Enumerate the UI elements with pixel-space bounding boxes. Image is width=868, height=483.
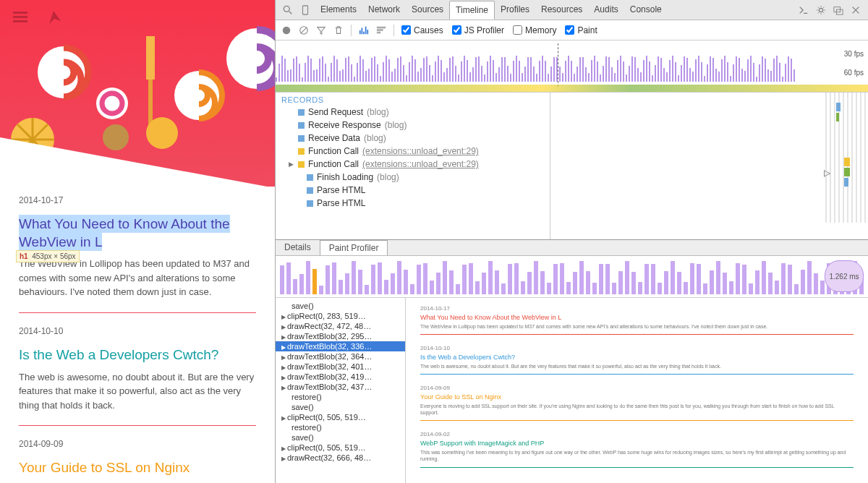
hamburger-menu-icon[interactable] (13, 12, 27, 23)
devtools-tab-audits[interactable]: Audits (588, 1, 624, 19)
post-title[interactable]: Is the Web a Developers Cwtch? (19, 346, 256, 364)
draw-call-row[interactable]: ▶drawRect(32, 472, 48… (276, 321, 405, 331)
candy-icon (94, 85, 130, 121)
svg-rect-2 (13, 20, 27, 22)
preview-post: 2014-09-02WebP Support with ImageMagick … (420, 431, 854, 467)
draw-call-row[interactable]: ▶clipRect(0, 283, 519… (276, 311, 405, 321)
devtools-tab-network[interactable]: Network (362, 1, 406, 19)
blog-post: 2014-09-09 Your Guide to SSL on Nginx Ev… (19, 439, 256, 483)
devtools-tab-timeline[interactable]: Timeline (449, 1, 495, 20)
close-icon[interactable] (851, 5, 861, 15)
post-date: 2014-09-09 (19, 439, 256, 449)
record-row[interactable]: Send Request (blog) (276, 106, 550, 119)
record-row[interactable]: Parse HTML (276, 184, 550, 197)
svg-rect-0 (13, 12, 27, 14)
preview-post: 2014-10-17What You Need to Know About th… (420, 305, 854, 335)
draw-call-row[interactable]: restore() (276, 392, 405, 402)
devtools-tab-sources[interactable]: Sources (406, 1, 449, 19)
svg-point-18 (284, 6, 289, 12)
navigation-arrow-icon[interactable] (49, 11, 61, 24)
subtab-details[interactable]: Details (276, 240, 320, 255)
bars-view-icon[interactable] (359, 25, 369, 35)
element-dimension-tooltip: h1 453px × 56px (16, 250, 80, 262)
devtools-tab-console[interactable]: Console (624, 1, 668, 19)
toolbar-check-paint[interactable]: Paint (565, 25, 597, 35)
drawer-toggle-icon[interactable] (799, 5, 809, 15)
toolbar-check-js-profiler[interactable]: JS Profiler (452, 25, 504, 35)
paint-time-badge: 1.262 ms (825, 260, 864, 292)
post-date: 2014-10-17 (19, 195, 256, 205)
diagonal-cut (0, 137, 275, 187)
draw-call-row[interactable]: ▶drawTextBlob(32, 419… (276, 372, 405, 382)
svg-line-19 (289, 11, 292, 14)
blog-hero (0, 0, 275, 187)
devtools-tabbar: ElementsNetworkSourcesTimelineProfilesRe… (276, 0, 868, 20)
draw-call-row[interactable]: restore() (276, 422, 405, 432)
record-row[interactable]: Function Call (extensions::unload_event:… (276, 145, 550, 158)
draw-call-row[interactable]: ▶drawTextBlob(32, 437… (276, 382, 405, 392)
draw-call-row[interactable]: ▶drawTextBlob(32, 401… (276, 362, 405, 372)
search-icon[interactable] (283, 5, 293, 15)
svg-rect-34 (377, 31, 380, 33)
record-row[interactable]: Receive Data (blog) (276, 132, 550, 145)
records-list[interactable]: RECORDS Send Request (blog)Receive Respo… (276, 93, 550, 239)
records-pane: RECORDS Send Request (blog)Receive Respo… (276, 93, 868, 240)
svg-rect-32 (377, 26, 386, 28)
clear-icon[interactable] (299, 25, 309, 35)
record-row[interactable]: ▶Function Call (extensions::unload_event… (276, 158, 550, 171)
svg-rect-20 (303, 5, 308, 14)
draw-call-row[interactable]: ▶clipRect(0, 505, 519… (276, 443, 405, 453)
svg-rect-33 (377, 29, 383, 31)
draw-call-row[interactable]: ▶drawTextBlob(32, 364… (276, 351, 405, 362)
draw-call-row[interactable]: ▶drawTextBlob(32, 336… (276, 341, 405, 351)
subtab-paint-profiler[interactable]: Paint Profiler (320, 240, 388, 255)
draw-call-row[interactable]: ▶clipRect(0, 505, 519… (276, 412, 405, 422)
post-body: The WebView in Lollipop has been updated… (19, 257, 256, 299)
records-flame-chart[interactable]: ▷ (550, 93, 868, 239)
post-title[interactable]: Your Guide to SSL on Nginx (19, 459, 256, 477)
svg-rect-30 (365, 26, 367, 34)
draw-call-row[interactable]: save() (276, 432, 405, 443)
device-icon[interactable] (300, 5, 310, 15)
svg-rect-8 (146, 36, 155, 80)
fps-overview[interactable]: 30 fps60 fps (276, 40, 868, 93)
timeline-toolbar: CausesJS ProfilerMemoryPaint (276, 20, 868, 40)
svg-rect-29 (363, 31, 365, 34)
svg-marker-17 (0, 137, 275, 187)
svg-point-24 (283, 26, 291, 34)
record-row[interactable]: Receive Response (blog) (276, 119, 550, 132)
record-row[interactable]: Finish Loading (blog) (276, 171, 550, 184)
blog-post: 2014-10-10 Is the Web a Developers Cwtch… (19, 326, 256, 426)
filter-icon[interactable] (316, 25, 326, 35)
devtools-tab-profiles[interactable]: Profiles (495, 1, 535, 19)
preview-post: 2014-10-10Is the Web a Developers Cwtch?… (420, 345, 854, 375)
svg-point-21 (819, 8, 822, 12)
post-divider (19, 425, 256, 426)
post-title[interactable]: What You Need to Know About the WebView … (19, 215, 256, 251)
post-date: 2014-10-10 (19, 326, 256, 336)
post-body: The web is awesome, no doubt about it. B… (19, 370, 256, 413)
record-icon[interactable] (281, 25, 292, 35)
devtools-tab-resources[interactable]: Resources (535, 1, 588, 19)
paint-time-chart[interactable]: 1.262 ms (276, 256, 868, 298)
record-row[interactable]: Parse HTML (276, 197, 550, 210)
draw-call-row[interactable]: save() (276, 402, 405, 412)
draw-call-row[interactable]: ▶drawRect(32, 666, 48… (276, 453, 405, 463)
trash-icon[interactable] (333, 25, 344, 35)
dock-icon[interactable] (833, 5, 843, 15)
detail-tabs: DetailsPaint Profiler (276, 240, 868, 256)
paint-profiler: 1.262 ms save()▶clipRect(0, 283, 519…▶dr… (276, 256, 868, 483)
toolbar-check-memory[interactable]: Memory (513, 25, 556, 35)
flame-view-icon[interactable] (376, 25, 386, 35)
svg-rect-27 (359, 30, 361, 34)
toolbar-check-causes[interactable]: Causes (401, 25, 443, 35)
draw-call-list[interactable]: save()▶clipRect(0, 283, 519…▶drawRect(32… (276, 298, 406, 483)
gear-icon[interactable] (816, 5, 826, 15)
draw-call-row[interactable]: ▶drawTextBlob(32, 295… (276, 331, 405, 341)
svg-rect-31 (367, 30, 368, 34)
draw-call-row[interactable]: save() (276, 301, 405, 311)
devtools-tab-elements[interactable]: Elements (315, 1, 362, 19)
blog-content: 2014-10-17 What You Need to Know About t… (0, 195, 275, 483)
post-divider (19, 312, 256, 313)
blog-pane: 2014-10-17 What You Need to Know About t… (0, 0, 275, 483)
